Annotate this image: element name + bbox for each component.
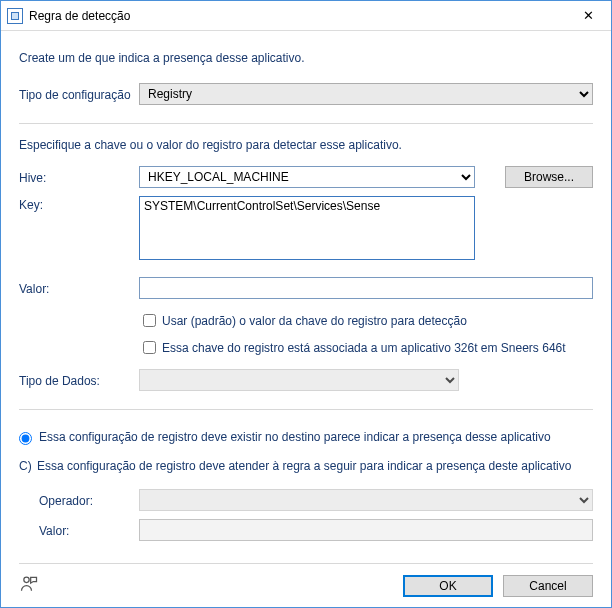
svg-point-0 (24, 577, 29, 582)
valor2-label: Valor: (39, 522, 139, 538)
cancel-button[interactable]: Cancel (503, 575, 593, 597)
associated-checkbox[interactable] (143, 341, 156, 354)
feedback-icon[interactable] (19, 574, 39, 597)
operator-select (139, 489, 593, 511)
valor-input[interactable] (139, 277, 593, 299)
app-icon (7, 8, 23, 24)
registry-instruction: Especifique a chave ou o valor do regist… (19, 138, 593, 152)
hive-label: Hive: (19, 169, 139, 185)
datatype-select (139, 369, 459, 391)
key-label: Key: (19, 196, 139, 212)
window-title: Regra de detecção (29, 9, 566, 23)
footer: OK Cancel (19, 563, 593, 597)
hive-select[interactable]: HKEY_LOCAL_MACHINE (139, 166, 475, 188)
radio-exist[interactable] (19, 432, 32, 445)
valor-label: Valor: (19, 280, 139, 296)
radio-exist-label: Essa configuração de registro deve exist… (39, 430, 551, 444)
titlebar: Regra de detecção ✕ (1, 1, 611, 31)
valor2-input (139, 519, 593, 541)
dialog-window: Regra de detecção ✕ Create um de que ind… (0, 0, 612, 608)
datatype-label: Tipo de Dados: (19, 372, 139, 388)
ok-button[interactable]: OK (403, 575, 493, 597)
close-icon[interactable]: ✕ (566, 2, 611, 30)
associated-label: Essa chave do registro está associada a … (162, 341, 566, 355)
radio-rule-prefix: C) (19, 459, 37, 473)
operator-label: Operador: (39, 492, 139, 508)
use-default-checkbox[interactable] (143, 314, 156, 327)
config-type-select[interactable]: Registry (139, 83, 593, 105)
config-type-label: Tipo de configuração (19, 86, 139, 102)
dialog-content: Create um de que indica a presença desse… (1, 31, 611, 607)
browse-button[interactable]: Browse... (505, 166, 593, 188)
separator-2 (19, 409, 593, 410)
use-default-label: Usar (padrão) o valor da chave do regist… (162, 314, 467, 328)
separator-1 (19, 123, 593, 124)
intro-text: Create um de que indica a presença desse… (19, 51, 593, 65)
key-input[interactable]: SYSTEM\CurrentControlSet\Services\Sense (139, 196, 475, 260)
radio-rule-label: Essa configuração de registro deve atend… (37, 459, 571, 473)
